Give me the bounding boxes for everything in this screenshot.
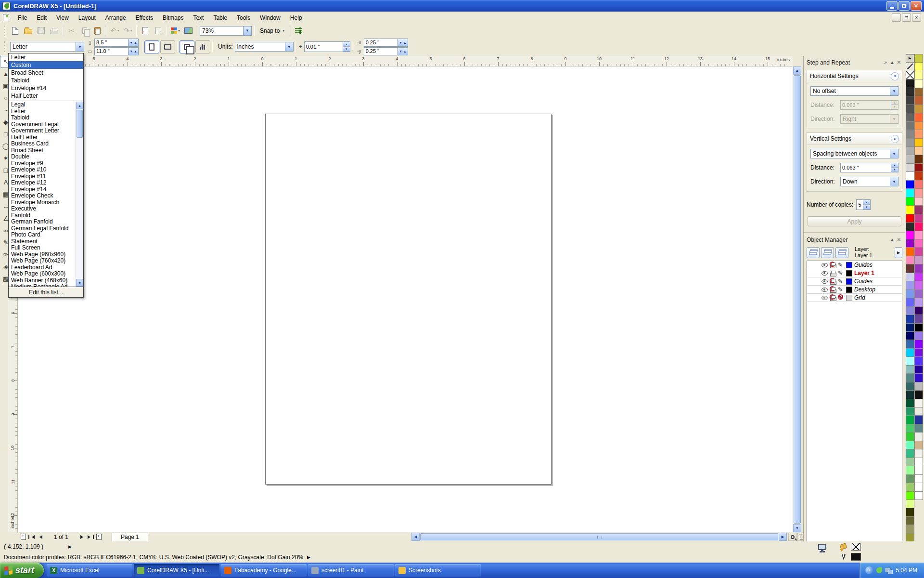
palette-swatch[interactable] bbox=[914, 289, 923, 298]
paper-size-option[interactable]: Web Page (760x420) bbox=[9, 258, 83, 264]
palette-swatch[interactable] bbox=[914, 331, 923, 340]
paper-size-option[interactable]: Web Page (600x300) bbox=[9, 271, 83, 277]
toolbox-ellipse-tool[interactable]: ◯ bbox=[0, 140, 8, 152]
outline-color-swatch[interactable] bbox=[851, 553, 861, 561]
printable-icon[interactable] bbox=[830, 262, 836, 268]
restore-button[interactable] bbox=[898, 1, 910, 11]
drawing-canvas[interactable] bbox=[18, 66, 793, 532]
paper-size-option[interactable]: Letter bbox=[9, 53, 83, 61]
cut-icon[interactable]: ✂ bbox=[65, 25, 77, 37]
horizontal-scroll-thumb[interactable] bbox=[420, 533, 778, 540]
menu-item[interactable]: Window bbox=[255, 13, 285, 23]
docker-collapse-icon[interactable]: ▲ bbox=[889, 60, 896, 65]
fill-bucket-icon[interactable] bbox=[840, 543, 847, 550]
doc-close-button[interactable]: × bbox=[912, 13, 921, 22]
vertical-mode-dropdown-button[interactable]: ▼ bbox=[890, 149, 898, 158]
editable-pencil-icon[interactable]: ✎ bbox=[838, 278, 844, 285]
menu-item[interactable]: Text bbox=[188, 13, 208, 23]
doc-restore-button[interactable] bbox=[902, 13, 911, 22]
toolbar-grip[interactable] bbox=[4, 26, 6, 36]
palette-swatch[interactable] bbox=[914, 533, 923, 542]
units-dropdown-button[interactable]: ▼ bbox=[285, 42, 293, 51]
paper-size-option[interactable]: Envelope #14 bbox=[9, 186, 83, 193]
vertical-scroll-thumb[interactable] bbox=[794, 75, 801, 524]
palette-swatch[interactable] bbox=[906, 508, 914, 516]
fill-color-none-swatch[interactable] bbox=[851, 543, 861, 551]
palette-swatch[interactable] bbox=[914, 214, 923, 223]
horizontal-distance-spinner[interactable]: ▲▼ bbox=[891, 101, 898, 109]
palette-swatch[interactable] bbox=[906, 356, 914, 365]
save-icon[interactable] bbox=[35, 25, 47, 37]
palette-swatch[interactable] bbox=[906, 315, 914, 323]
palette-swatch[interactable] bbox=[906, 239, 914, 248]
palette-swatch[interactable] bbox=[914, 281, 923, 289]
doc-minimize-button[interactable]: _ bbox=[892, 13, 901, 22]
palette-swatch[interactable] bbox=[906, 146, 914, 155]
first-page-button[interactable] bbox=[27, 533, 36, 541]
import-icon[interactable] bbox=[139, 25, 151, 37]
palette-swatch[interactable] bbox=[906, 399, 914, 407]
palette-swatch[interactable] bbox=[906, 130, 914, 138]
palette-swatch[interactable] bbox=[914, 96, 923, 105]
options-icon[interactable] bbox=[293, 25, 305, 37]
paper-size-option[interactable]: Broad Sheet bbox=[9, 147, 83, 154]
paper-size-option[interactable]: Broad Sheet bbox=[9, 69, 83, 77]
om-row-page1-guides[interactable]: ✎ Guides bbox=[807, 261, 902, 269]
menu-item[interactable]: Bitmaps bbox=[158, 13, 188, 23]
vertical-distance-field[interactable]: 0.063 " ▲▼ bbox=[840, 163, 898, 172]
copy-icon[interactable] bbox=[78, 25, 90, 37]
paper-size-option[interactable]: Business Card bbox=[9, 141, 83, 147]
palette-swatch[interactable] bbox=[906, 138, 914, 147]
palette-swatch[interactable] bbox=[914, 491, 923, 500]
docker-collapse-icon[interactable]: ▲ bbox=[889, 237, 896, 242]
document-icon[interactable] bbox=[3, 14, 9, 21]
palette-swatch[interactable] bbox=[914, 424, 923, 433]
duplicate-y-field[interactable]: 0.25 " ▼ ▲ bbox=[364, 47, 408, 55]
paper-size-option[interactable]: Envelope #9 bbox=[9, 160, 83, 167]
palette-swatch[interactable] bbox=[914, 113, 923, 121]
add-page-start-button[interactable] bbox=[19, 533, 27, 541]
horizontal-mode-combo[interactable]: No offset ▼ bbox=[810, 86, 898, 96]
toolbox-table-tool[interactable]: ▦ bbox=[0, 188, 8, 200]
palette-swatch[interactable] bbox=[914, 499, 923, 508]
horizontal-scrollbar[interactable]: ◀ ▶ bbox=[411, 533, 787, 541]
palette-swatch[interactable] bbox=[906, 499, 914, 508]
next-page-button[interactable] bbox=[78, 533, 87, 541]
monitor-icon[interactable] bbox=[818, 544, 826, 550]
start-button[interactable]: start bbox=[0, 563, 44, 578]
editable-pencil-icon[interactable]: ✎ bbox=[838, 270, 844, 276]
palette-swatch[interactable] bbox=[914, 432, 923, 441]
palette-swatch[interactable] bbox=[906, 348, 914, 357]
page-tab[interactable]: Page 1 bbox=[112, 533, 148, 541]
palette-swatch[interactable] bbox=[906, 105, 914, 113]
paper-size-option[interactable]: Leaderboard Ad bbox=[9, 264, 83, 271]
horizontal-ruler[interactable]: 543210123456789101112131415 inches bbox=[8, 56, 793, 66]
palette-swatch[interactable] bbox=[906, 96, 914, 105]
zoom-level-combo[interactable]: 73% ▼ bbox=[200, 26, 252, 36]
paper-width-spinner[interactable]: ▼ ▲ bbox=[128, 39, 138, 46]
palette-swatch[interactable] bbox=[914, 373, 923, 382]
palette-swatch[interactable] bbox=[906, 197, 914, 206]
toolbox-color-eyedropper-tool[interactable]: ✎ bbox=[0, 236, 8, 249]
palette-swatch[interactable] bbox=[914, 180, 923, 189]
paper-size-option[interactable]: Executive bbox=[9, 206, 83, 212]
paste-icon[interactable] bbox=[91, 25, 103, 37]
palette-swatch[interactable] bbox=[906, 180, 914, 189]
palette-swatch[interactable] bbox=[914, 407, 923, 416]
toolbox-dimension-tool[interactable]: ↔ bbox=[0, 200, 8, 212]
palette-swatch[interactable] bbox=[914, 348, 923, 357]
palette-swatch[interactable] bbox=[914, 88, 923, 96]
palette-swatch[interactable] bbox=[914, 508, 923, 516]
export-icon[interactable] bbox=[152, 25, 164, 37]
palette-swatch[interactable] bbox=[906, 458, 914, 466]
palette-swatch[interactable] bbox=[914, 315, 923, 323]
printable-icon[interactable] bbox=[830, 287, 836, 292]
palette-swatch[interactable] bbox=[906, 298, 914, 306]
palette-swatch[interactable] bbox=[914, 382, 923, 391]
palette-swatch[interactable] bbox=[906, 407, 914, 416]
duplicate-x-field[interactable]: 0.25 " ▼ ▲ bbox=[364, 39, 408, 47]
visibility-eye-icon[interactable] bbox=[821, 288, 828, 292]
paper-size-option[interactable]: Custom bbox=[9, 61, 83, 69]
palette-swatch[interactable] bbox=[914, 171, 923, 180]
menu-item[interactable]: Table bbox=[208, 13, 232, 23]
